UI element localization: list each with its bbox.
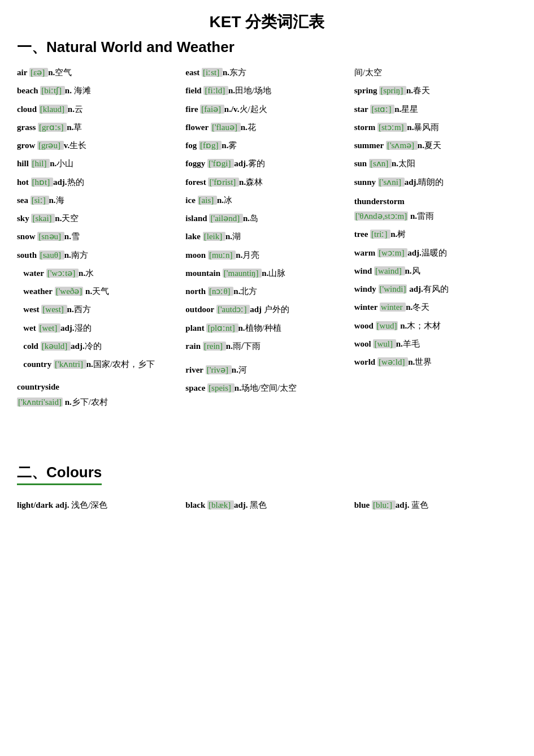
vocab-col-1: air [εə] n.空气 beach [biːtʃ] n. 海滩 cloud … [17,65,180,412]
word: grow [17,141,35,150]
word: north [185,287,206,296]
pos: adj. [407,248,422,257]
meaning: 北方 [240,287,257,296]
list-item: moon [muːn] n.月亮 [185,248,348,262]
phonetic: ['wɔːtə] [46,269,79,278]
list-item: ice [ais] n.冰 [185,193,348,208]
list-item: warm [wɔːm] adj.温暖的 [354,245,517,260]
phonetic: [grəu] [37,141,64,150]
pos: n. [48,68,55,77]
word: wool [354,339,371,348]
meaning: 海 [56,196,64,205]
list-item: snow [snəu] n.雪 [17,229,180,244]
meaning: 太阳 [398,159,415,168]
meaning: 蓝色 [411,500,428,509]
meaning: 浅色/深色 [71,500,107,509]
list-item: wood [wud] n.木；木材 [354,318,517,333]
list-item: cloud [klaud] n.云 [17,102,180,116]
pos: n. [262,269,268,278]
meaning: 世界 [415,357,432,366]
list-item: water ['wɔːtə] n.水 [17,266,180,280]
word: mountain [185,269,220,278]
meaning: 东方 [229,68,246,77]
meaning: 冬天 [413,303,429,312]
section2-title: 二、Colours [17,463,102,485]
phonetic: [ais] [198,196,217,205]
meaning: 间/太空 [354,68,382,77]
list-item: mountain ['mauntiŋ] n.山脉 [185,266,348,280]
word: light/dark [17,500,53,509]
word: river [185,365,203,374]
meaning: 天空 [62,214,79,223]
list-item: thunderstorm ['θʌndəˌstɔːm] n.雷雨 [354,194,517,224]
list-item: west [west] n.西方 [17,302,180,317]
phonetic: ['mauntiŋ] [223,269,262,278]
word: summer [354,141,384,150]
word: tree [354,230,368,239]
list-item: windy ['windi] adj.有风的 [354,282,517,296]
vocab-col-3: 间/太空 spring [spriŋ] n.春天 star [stɑː] n.星… [354,65,517,412]
pos: n. [79,269,85,278]
meaning: 田地/场地 [235,86,271,95]
word: beach [17,86,38,95]
pos: n. [64,232,71,241]
pos: n. [235,383,241,392]
meaning: 晴朗的 [418,178,444,187]
word: rain [185,342,201,351]
list-item: north [nɔːθ] n.北方 [185,284,348,299]
phonetic: [skai] [31,214,55,223]
phonetic: [sauθ] [39,250,64,260]
pos: n. [233,287,240,296]
pos: n. [239,178,246,187]
list-item: lake [leik] n.湖 [185,229,348,244]
phonetic: [hɒt] [31,178,53,187]
pos: n. [222,141,228,150]
list-item: 间/太空 [354,65,517,80]
phonetic: [waind] [374,266,405,275]
phonetic: [grɑːs] [38,123,67,132]
phonetic: ['ailənd] [209,214,242,223]
word: south [17,250,37,260]
phonetic: [stɔːm] [377,123,407,132]
meaning: 有风的 [423,284,449,293]
word: winter [354,303,378,312]
word: world [354,357,376,366]
list-item: countryside ['kʌntri'said] n.乡下/农村 [17,379,180,409]
vocab-grid-section1: air [εə] n.空气 beach [biːtʃ] n. 海滩 cloud … [17,65,517,412]
meaning: 树 [397,230,406,239]
list-item: flower ['flauə] n.花 [185,120,348,135]
meaning: 雷雨 [417,211,434,221]
meaning: 夏天 [424,141,441,150]
meaning: 风 [412,266,420,275]
vocab-col-s2-2: black [blæk] adj. 黑色 [185,498,348,515]
phonetic: [blæk] [207,500,234,509]
phonetic: [sʌn] [369,159,392,168]
vocab-col-s2-1: light/dark adj. 浅色/深色 [17,498,180,515]
pos: n. [50,159,57,168]
pos: n. [49,196,56,205]
word: sun [354,159,367,168]
meaning: 湖 [232,232,241,241]
phonetic: [wet] [38,323,60,332]
word: wet [23,323,36,332]
meaning: 森林 [246,178,263,187]
list-item: forest ['fɒrist] n.森林 [185,175,348,189]
pos: adj. [234,500,248,509]
phonetic: ['sʌni] [378,178,405,187]
meaning: 小山 [57,159,73,168]
list-item: grass [grɑːs] n.草 [17,120,180,135]
meaning: 生长 [70,141,86,150]
pos: n. [410,211,417,221]
meaning: 木；木材 [407,321,441,330]
phonetic: [speis] [207,383,235,392]
list-item: south [sauθ] n.南方 [17,248,180,262]
meaning: 空气 [55,68,72,77]
list-item: rain [rein] n.雨/下雨 [185,339,348,353]
word: moon [185,250,206,260]
word: water [23,269,44,278]
phonetic: [faiə] [200,105,224,114]
pos: adj. [71,342,85,351]
pos: n. [407,123,414,132]
word: ice [185,196,195,205]
phonetic: [plɑːnt] [206,323,238,332]
